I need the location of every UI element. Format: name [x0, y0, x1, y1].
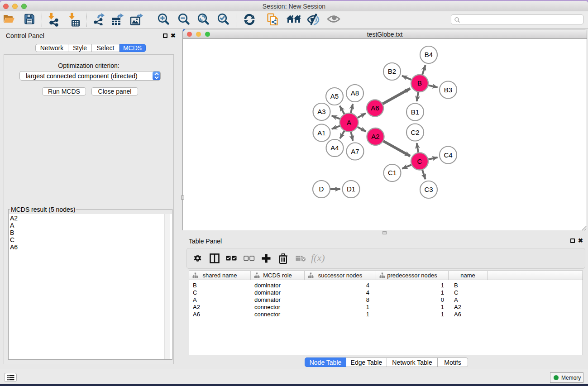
svg-text:C2: C2	[411, 129, 419, 136]
svg-text:A1: A1	[317, 129, 325, 137]
svg-text:A6: A6	[371, 104, 379, 112]
svg-text:A5: A5	[330, 92, 339, 100]
svg-text:A7: A7	[351, 148, 359, 155]
svg-text:B2: B2	[388, 67, 396, 75]
svg-text:A2: A2	[371, 133, 379, 140]
svg-text:B3: B3	[444, 86, 452, 94]
svg-text:C4: C4	[444, 151, 452, 159]
svg-text:B4: B4	[425, 51, 433, 58]
svg-text:C: C	[417, 157, 422, 165]
svg-text:D: D	[319, 185, 324, 193]
svg-text:D1: D1	[347, 185, 355, 193]
svg-text:C1: C1	[388, 169, 397, 176]
svg-text:A: A	[347, 119, 351, 126]
svg-text:A4: A4	[330, 144, 339, 152]
svg-text:B: B	[417, 79, 422, 87]
svg-text:B1: B1	[411, 108, 419, 116]
svg-text:A8: A8	[351, 89, 359, 97]
svg-text:C3: C3	[424, 186, 433, 193]
svg-text:A3: A3	[317, 108, 325, 115]
